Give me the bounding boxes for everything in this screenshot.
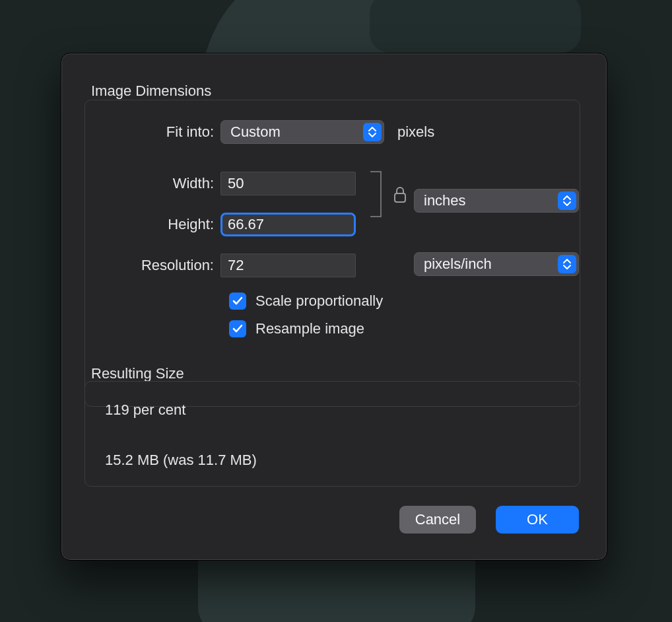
resample-image-checkbox[interactable]: Resample image	[229, 318, 364, 339]
fit-into-select[interactable]: Custom	[220, 120, 384, 144]
size-unit-select[interactable]: inches	[414, 189, 579, 213]
lock-icon	[393, 186, 407, 207]
scale-proportionally-label: Scale proportionally	[255, 293, 383, 310]
image-dimensions-title: Image Dimensions	[91, 83, 211, 100]
resulting-percent: 119 per cent	[105, 401, 185, 419]
height-label: Height:	[85, 216, 220, 233]
width-label: Width:	[85, 175, 220, 192]
dialog-button-row: Cancel OK	[399, 506, 579, 534]
chevron-up-down-icon	[558, 191, 576, 210]
fit-into-unit-label: pixels	[397, 123, 434, 141]
height-value: 66.67	[228, 216, 264, 233]
height-input[interactable]: 66.67	[220, 213, 356, 236]
size-unit-value: inches	[424, 192, 466, 209]
resulting-filesize: 15.2 MB (was 11.7 MB)	[105, 452, 257, 469]
fit-into-label: Fit into:	[85, 123, 220, 141]
adjust-size-dialog: Image Dimensions Fit into: Custom pixels…	[61, 53, 607, 561]
resample-image-label: Resample image	[255, 320, 364, 337]
checkbox-checked-icon	[229, 293, 246, 310]
resolution-label: Resolution:	[85, 257, 220, 274]
svg-rect-0	[395, 193, 405, 202]
chevron-up-down-icon	[558, 255, 576, 273]
resolution-unit-value: pixels/inch	[424, 256, 492, 273]
chevron-up-down-icon	[363, 123, 382, 141]
scale-proportionally-checkbox[interactable]: Scale proportionally	[229, 291, 383, 312]
checkbox-checked-icon	[229, 320, 246, 337]
width-value: 50	[228, 175, 244, 192]
fit-into-value: Custom	[230, 123, 281, 141]
width-input[interactable]: 50	[220, 172, 356, 195]
resolution-input[interactable]: 72	[220, 254, 356, 277]
resolution-unit-select[interactable]: pixels/inch	[414, 252, 579, 276]
cancel-button-label: Cancel	[415, 511, 460, 528]
resulting-size-panel: 119 per cent 15.2 MB (was 11.7 MB)	[84, 381, 580, 487]
ok-button-label: OK	[527, 511, 548, 528]
ok-button[interactable]: OK	[496, 506, 579, 534]
cancel-button[interactable]: Cancel	[399, 506, 476, 534]
resolution-value: 72	[228, 257, 244, 274]
resulting-size-title: Resulting Size	[91, 365, 184, 382]
image-dimensions-panel: Fit into: Custom pixels Width: 50 Height…	[84, 100, 580, 407]
